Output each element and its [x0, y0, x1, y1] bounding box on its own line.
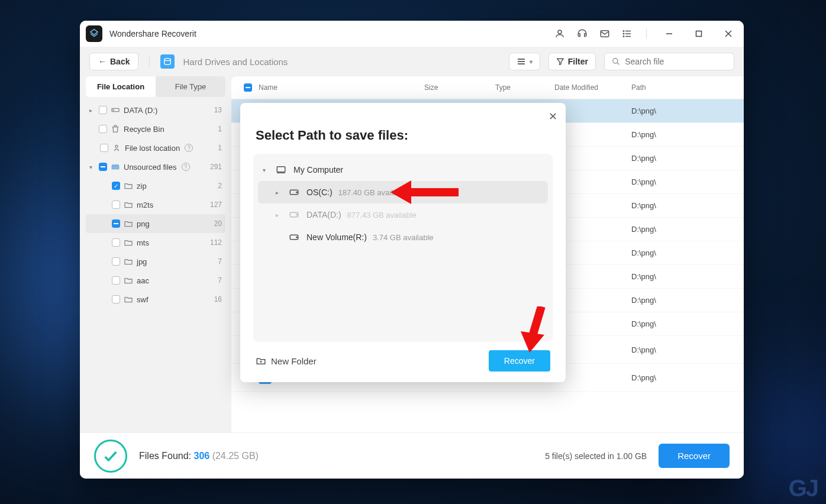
checkbox[interactable] — [99, 106, 107, 114]
tree-item-aac[interactable]: aac 7 — [86, 271, 225, 290]
computer-icon — [275, 164, 288, 175]
folder-icon — [124, 238, 133, 247]
tree-item-m2ts[interactable]: m2ts 127 — [86, 195, 225, 214]
svg-rect-9 — [696, 31, 702, 37]
help-icon[interactable]: ? — [185, 144, 193, 152]
svg-point-5 — [623, 31, 624, 32]
file-path: D:\png\ — [631, 248, 738, 257]
search-input[interactable] — [625, 57, 727, 66]
tree-count: 7 — [218, 276, 222, 285]
account-icon[interactable] — [554, 28, 566, 40]
found-count: 306 — [193, 451, 209, 461]
tree-label: zip — [137, 182, 147, 190]
tree-item-data-d[interactable]: ▸ DATA (D:) 13 — [86, 101, 225, 119]
file-path: D:\png\ — [631, 154, 738, 163]
save-path-dialog: ✕ Select Path to save files: ▾ My Comput… — [240, 103, 566, 382]
checkbox-partial[interactable] — [99, 163, 107, 171]
svg-point-26 — [296, 192, 298, 193]
files-found: Files Found: 306 (24.25 GB) — [139, 451, 259, 461]
view-mode-button[interactable]: ▾ — [509, 53, 540, 70]
sidebar: File Location File Type ▸ DATA (D:) 13 R… — [80, 76, 231, 432]
dialog-recover-button[interactable]: Recover — [489, 350, 550, 371]
col-type[interactable]: Type — [495, 83, 554, 92]
close-button[interactable] — [719, 24, 738, 43]
col-name[interactable]: Name — [259, 83, 424, 92]
dialog-title: Select Path to save files: — [256, 128, 553, 143]
col-path[interactable]: Path — [631, 83, 738, 92]
drive-available: 3.74 GB available — [373, 233, 434, 242]
maximize-button[interactable] — [689, 24, 708, 43]
caret-icon: ▾ — [89, 164, 95, 170]
tree-label: swf — [137, 295, 149, 304]
tree-label: mts — [137, 238, 149, 247]
tree-item-recycle[interactable]: Recycle Bin 1 — [86, 119, 225, 138]
svg-point-20 — [115, 145, 118, 147]
drive-os-c[interactable]: ▸ OS(C:) 187.40 GB available — [258, 181, 548, 203]
sidebar-tree: ▸ DATA (D:) 13 Recycle Bin 1 File los — [86, 101, 225, 309]
new-folder-label: New Folder — [271, 356, 317, 366]
folder-icon — [124, 257, 133, 266]
tree-count: 16 — [214, 295, 222, 303]
caret-down-icon: ▾ — [263, 167, 269, 173]
folder-stack-icon — [111, 162, 120, 172]
checkbox[interactable] — [99, 125, 107, 133]
tree-count: 127 — [210, 201, 222, 209]
hard-drive-icon — [160, 54, 175, 69]
minimize-button[interactable] — [660, 24, 679, 43]
tree-item-jpg[interactable]: jpg 7 — [86, 252, 225, 271]
checkbox[interactable] — [112, 257, 120, 266]
drive-new-volume-r[interactable]: New Volume(R:) 3.74 GB available — [258, 226, 548, 248]
tree-item-png[interactable]: png 20 — [86, 214, 225, 233]
checkbox[interactable] — [112, 201, 120, 209]
checkbox[interactable] — [112, 276, 120, 285]
tree-item-unsourced[interactable]: ▾ Unsourced files ? 291 — [86, 157, 225, 176]
tab-file-type[interactable]: File Type — [156, 76, 225, 97]
trash-icon — [111, 124, 120, 134]
filter-button[interactable]: Filter — [548, 53, 596, 70]
tree-item-mts[interactable]: mts 112 — [86, 233, 225, 252]
search-box[interactable] — [604, 53, 734, 70]
dialog-close-button[interactable]: ✕ — [548, 110, 557, 123]
tree-item-lost[interactable]: File lost location ? 1 — [86, 138, 225, 157]
svg-line-17 — [617, 63, 620, 65]
recover-button[interactable]: Recover — [659, 444, 730, 468]
location-label: Hard Drives and Locations — [183, 57, 288, 67]
tree-item-swf[interactable]: swf 16 — [86, 290, 225, 309]
tab-file-location[interactable]: File Location — [86, 76, 156, 97]
tree-label: png — [137, 219, 150, 228]
col-modified[interactable]: Date Modified — [554, 83, 631, 92]
tree-label: m2ts — [137, 201, 153, 209]
back-button[interactable]: ← Back — [89, 53, 138, 70]
tree-count: 2 — [218, 182, 222, 190]
drive-name: OS(C:) — [306, 188, 333, 197]
caret-icon: ▸ — [89, 107, 95, 114]
folder-icon — [124, 181, 133, 190]
sidebar-tabs: File Location File Type — [86, 76, 225, 97]
col-size[interactable]: Size — [424, 83, 495, 92]
new-folder-button[interactable]: New Folder — [256, 356, 317, 366]
titlebar-icons — [554, 28, 649, 40]
select-all-checkbox[interactable] — [244, 83, 252, 92]
checkbox-partial[interactable] — [112, 219, 120, 228]
tree-item-zip[interactable]: zip 2 — [86, 176, 225, 195]
app-logo — [86, 25, 102, 42]
support-icon[interactable] — [576, 28, 588, 40]
menu-list-icon[interactable] — [621, 28, 633, 40]
drive-root[interactable]: ▾ My Computer — [258, 159, 548, 181]
checkbox[interactable] — [100, 144, 108, 152]
scan-complete-icon — [94, 440, 127, 473]
checkbox[interactable] — [112, 295, 120, 303]
chevron-down-icon: ▾ — [530, 59, 533, 65]
svg-point-6 — [623, 33, 624, 34]
table-header: Name Size Type Date Modified Path — [231, 76, 744, 99]
back-label: Back — [110, 57, 130, 66]
tree-count: 112 — [210, 238, 222, 247]
tree-count: 7 — [218, 257, 222, 266]
drive-available: 187.40 GB available — [338, 188, 408, 197]
checkbox-checked[interactable] — [112, 182, 120, 190]
checkbox[interactable] — [112, 238, 120, 247]
help-icon[interactable]: ? — [182, 163, 190, 171]
tree-count: 291 — [210, 163, 222, 171]
mail-icon[interactable] — [599, 28, 611, 40]
disk-icon — [288, 232, 301, 243]
